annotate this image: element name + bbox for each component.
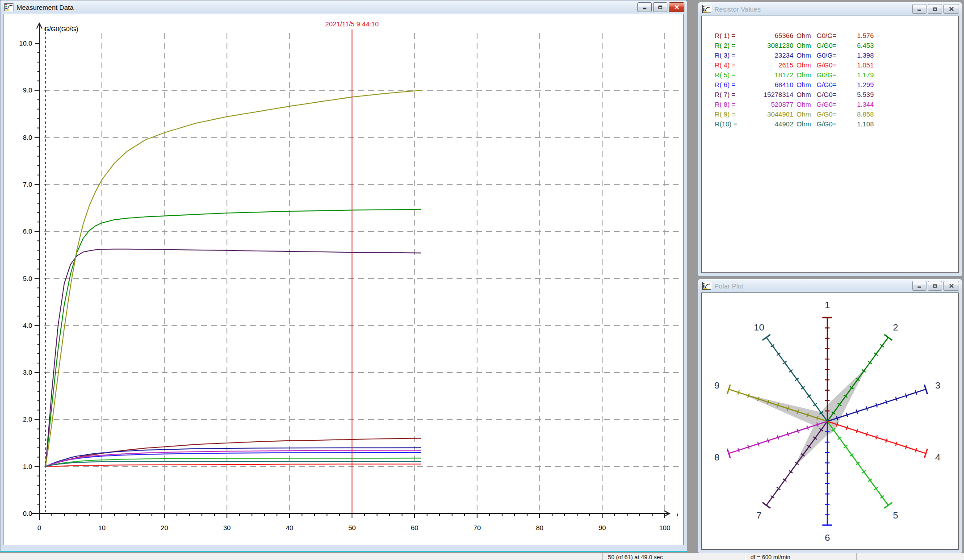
ratio-label: G0/G= xyxy=(817,70,842,80)
ratio-label: G/G0= xyxy=(817,41,842,50)
resistor-label: R(10) = xyxy=(715,119,743,129)
status-bar: 50 (of 61) at 49.0 sec df = 600 ml/min xyxy=(0,553,964,560)
app-root: Measurement Data 2021/11/5 9:44:10010203… xyxy=(0,0,964,560)
cursor-timestamp-label: 2021/11/5 9:44:10 xyxy=(325,20,379,28)
ratio-value: 1.576 xyxy=(842,31,874,41)
close-button[interactable] xyxy=(943,281,959,291)
polar-title: Polar Plot xyxy=(714,282,911,290)
status-segment-progress: 50 (of 61) at 49.0 sec xyxy=(602,553,750,560)
radar-chart: 12345678910 xyxy=(702,293,958,549)
x-tick-label: 20 xyxy=(161,524,168,531)
resistance-unit: Ohm xyxy=(796,119,813,129)
axis-ticks xyxy=(35,43,677,518)
polar-plot-window: Polar Plot 12345678910 xyxy=(698,279,962,553)
resistor-list: R( 1) =65366OhmG0/G=1.576R( 2) =3081230O… xyxy=(702,16,958,129)
measurement-titlebar[interactable]: Measurement Data xyxy=(0,0,687,14)
ratio-label: G0/G= xyxy=(817,50,842,60)
status-progress-text: 50 (of 61) at 49.0 sec xyxy=(608,554,663,560)
x-tick-label: 80 xyxy=(536,524,544,531)
resistance-unit: Ohm xyxy=(796,41,813,50)
y-tick-label: 9.0 xyxy=(23,86,32,94)
status-segment-blank xyxy=(856,553,964,560)
x-tick-label: 60 xyxy=(411,524,419,531)
resistance-value: 3081230 xyxy=(743,41,793,50)
resistor-label: R( 9) = xyxy=(715,109,743,119)
minimize-button[interactable] xyxy=(912,281,926,291)
resistor-row: R( 8) =520877OhmG/G0=1.344 xyxy=(702,100,958,109)
radar-value-polygon xyxy=(740,367,867,468)
resistance-value: 65366 xyxy=(743,31,793,41)
resistor-label: R( 8) = xyxy=(715,100,743,109)
resistor-row: R( 4) =2615OhmG/G0=1.051 xyxy=(702,60,958,70)
restore-button[interactable] xyxy=(653,2,667,12)
radar-axis-7: 7 xyxy=(756,422,827,521)
radar-axis-label: 4 xyxy=(935,452,940,462)
resistance-unit: Ohm xyxy=(796,60,813,70)
resistor-label: R( 1) = xyxy=(715,31,743,41)
y-axis-label: G/G0(G0/G) xyxy=(44,25,78,33)
y-tick-label: 1.0 xyxy=(23,463,32,470)
x-tick-label: 100 xyxy=(659,524,670,531)
polar-titlebar[interactable]: Polar Plot xyxy=(698,279,962,293)
y-tick-label: 6.0 xyxy=(23,227,32,235)
resistor-row: R(10) =44902OhmG/G0=1.108 xyxy=(702,119,958,129)
chart-window-icon xyxy=(702,5,711,13)
status-segment-blank xyxy=(0,553,608,560)
resistor-titlebar[interactable]: Resistor Values xyxy=(698,2,962,16)
resistance-value: 44902 xyxy=(743,119,793,129)
maximize-button[interactable] xyxy=(928,281,942,291)
status-flow-text: df = 600 ml/min xyxy=(750,554,790,560)
radar-axis-label: 10 xyxy=(754,322,764,332)
y-axis-title: G/G0(G0/G) xyxy=(44,25,78,33)
ratio-label: G/G0= xyxy=(817,109,842,119)
ratio-value: 6.453 xyxy=(842,41,874,50)
resistance-value: 15278314 xyxy=(743,90,793,100)
minimize-button[interactable] xyxy=(912,4,926,14)
x-tick-label: 40 xyxy=(286,524,293,531)
ratio-value: 1.108 xyxy=(842,119,874,129)
grid-lines xyxy=(34,33,680,514)
resistor-row: R( 5) =18172OhmG0/G=1.179 xyxy=(702,70,958,80)
measurement-window: Measurement Data 2021/11/5 9:44:10010203… xyxy=(0,0,688,552)
y-tick-labels: 0.01.02.03.04.05.06.07.08.09.010.0 xyxy=(19,39,32,517)
status-segment-flow: df = 600 ml/min xyxy=(745,553,862,560)
x-tick-label: 10 xyxy=(98,524,106,531)
measurement-chart-area: 2021/11/5 9:44:1001020304050607080901000… xyxy=(4,14,684,545)
resistor-values-window: Resistor Values R( 1) =65366OhmG0/G=1.57… xyxy=(698,2,962,276)
y-tick-label: 8.0 xyxy=(23,134,32,141)
close-button[interactable] xyxy=(669,2,684,12)
y-tick-label: 7.0 xyxy=(23,180,32,188)
resistance-value: 520877 xyxy=(743,100,793,109)
y-tick-label: 4.0 xyxy=(23,322,32,329)
y-tick-label: 0.0 xyxy=(23,510,32,517)
ratio-value: 1.344 xyxy=(842,100,874,109)
resistance-unit: Ohm xyxy=(796,100,813,109)
radar-axis-label: 2 xyxy=(893,322,898,332)
axes xyxy=(32,23,670,520)
resistor-row: R( 1) =65366OhmG0/G=1.576 xyxy=(702,31,958,41)
radar-axis-label: 7 xyxy=(756,510,762,520)
ratio-label: G/G0= xyxy=(817,60,842,70)
ratio-label: G/G0= xyxy=(817,100,842,109)
line-chart: 2021/11/5 9:44:1001020304050607080901000… xyxy=(4,14,683,545)
resistor-label: R( 7) = xyxy=(715,90,743,100)
resistance-unit: Ohm xyxy=(796,70,813,80)
maximize-button[interactable] xyxy=(928,4,942,14)
chart-window-icon xyxy=(4,3,13,11)
ratio-value: 1.398 xyxy=(842,50,874,60)
resistor-label: R( 3) = xyxy=(715,50,743,60)
radar-axis-label: 6 xyxy=(825,532,830,543)
x-tick-label: 90 xyxy=(599,524,606,531)
resistance-value: 2615 xyxy=(743,60,793,70)
resistance-value: 3044901 xyxy=(743,109,793,119)
x-tick-label: 30 xyxy=(223,524,231,531)
resistor-values-area: R( 1) =65366OhmG0/G=1.576R( 2) =3081230O… xyxy=(701,16,959,273)
ratio-value: 1.299 xyxy=(842,80,874,90)
resistor-row: R( 9) =3044901OhmG/G0=8.858 xyxy=(702,109,958,119)
y-tick-label: 5.0 xyxy=(23,275,32,282)
x-tick-labels: 0102030405060708090100 xyxy=(38,524,671,531)
ratio-value: 5.539 xyxy=(842,90,874,100)
radar-axis-4: 4 xyxy=(827,422,940,463)
minimize-button[interactable] xyxy=(637,2,652,12)
close-button[interactable] xyxy=(943,4,959,14)
